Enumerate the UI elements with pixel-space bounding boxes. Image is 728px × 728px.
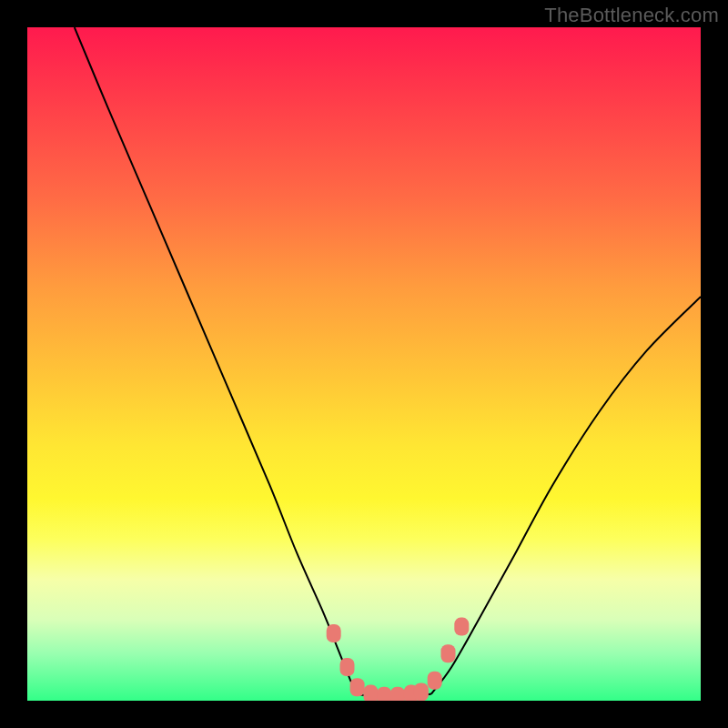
data-marker (350, 678, 365, 696)
data-marker (340, 658, 355, 676)
data-marker (363, 685, 378, 701)
data-marker (428, 672, 442, 690)
data-marker (377, 687, 391, 701)
chart-frame: TheBottleneck.com (0, 0, 728, 728)
data-marker (441, 644, 456, 662)
data-marker (454, 618, 469, 636)
data-marker (390, 687, 405, 701)
marker-group (327, 618, 470, 701)
data-marker (327, 624, 341, 642)
data-marker (414, 682, 429, 701)
plot-area (27, 27, 701, 701)
curve-right (431, 297, 701, 694)
credit-text: TheBottleneck.com (544, 4, 719, 27)
curve-svg (27, 27, 701, 701)
curve-left (75, 27, 358, 694)
